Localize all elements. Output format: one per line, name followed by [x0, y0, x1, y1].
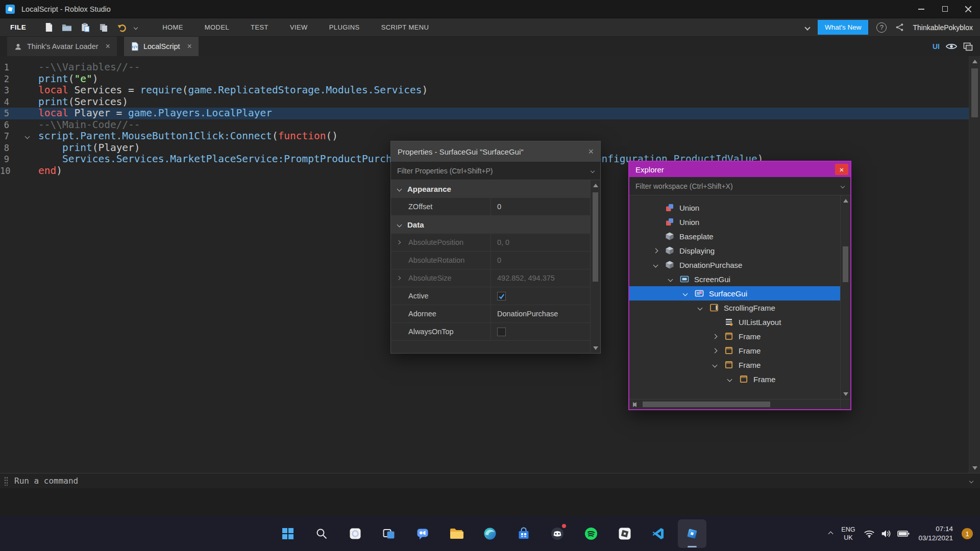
- language-indicator[interactable]: ENG UK: [841, 525, 855, 542]
- username[interactable]: ThinkablePokyblox: [913, 23, 973, 32]
- property-row-active[interactable]: Active: [391, 287, 590, 305]
- taskbar-icon-chat[interactable]: [408, 519, 437, 548]
- close-button[interactable]: [957, 0, 980, 18]
- alwaysontop-checkbox[interactable]: [497, 328, 506, 336]
- scroll-down-icon[interactable]: [591, 343, 600, 353]
- code-line-3[interactable]: 3local Services = require(game.Replicate…: [0, 85, 969, 96]
- explorer-item-baseplate[interactable]: Baseplate: [629, 229, 840, 243]
- properties-header[interactable]: Properties - SurfaceGui "SurfaceGui" ×: [391, 141, 600, 162]
- chevron-right-icon[interactable]: [710, 346, 719, 355]
- taskbar-icon-code[interactable]: [644, 519, 673, 548]
- tray-expand-icon[interactable]: [829, 532, 832, 536]
- taskbar-icon-spotify[interactable]: [577, 519, 605, 548]
- drag-grip-icon[interactable]: [4, 477, 8, 486]
- filter-dropdown-icon[interactable]: [591, 168, 595, 172]
- explorer-vscroll-thumb[interactable]: [843, 246, 848, 282]
- eye-icon[interactable]: [946, 42, 957, 51]
- property-row-zoffset[interactable]: ZOffset0: [391, 198, 590, 216]
- taskbar-icon-task-view[interactable]: [375, 519, 403, 548]
- doc-tab-localscript[interactable]: LocalScript×: [124, 37, 199, 56]
- ribbon-tab-view[interactable]: VIEW: [279, 18, 318, 36]
- chevron-right-icon[interactable]: [397, 276, 401, 280]
- undo-dropdown-icon[interactable]: [134, 25, 138, 29]
- explorer-item-union[interactable]: Union: [629, 201, 840, 215]
- chevron-right-icon[interactable]: [397, 240, 401, 244]
- explorer-item-uilistlayout[interactable]: UIListLayout: [629, 315, 840, 329]
- filter-dropdown-icon[interactable]: [841, 184, 845, 188]
- property-row-absoluteposition[interactable]: AbsolutePosition0, 0: [391, 234, 590, 252]
- taskbar-icon-roblox[interactable]: [610, 519, 639, 548]
- command-input[interactable]: Run a command: [14, 476, 78, 486]
- taskbar-icon-store[interactable]: [509, 519, 538, 548]
- code-line-1[interactable]: 1--\\Variables//--: [0, 62, 969, 73]
- wifi-icon[interactable]: [864, 529, 875, 538]
- explorer-item-displaying[interactable]: Displaying: [629, 243, 840, 258]
- properties-scrollbar-thumb[interactable]: [593, 192, 598, 282]
- ribbon-tab-script-menu[interactable]: SCRIPT MENU: [371, 18, 440, 36]
- taskbar-icon-edge[interactable]: [476, 519, 504, 548]
- chevron-down-icon[interactable]: [651, 261, 659, 269]
- ribbon-tab-model[interactable]: MODEL: [194, 18, 240, 36]
- taskbar-icon-start[interactable]: [274, 519, 302, 548]
- command-bar[interactable]: Run a command: [0, 473, 980, 488]
- properties-close-icon[interactable]: ×: [588, 146, 594, 157]
- layout-windows-icon[interactable]: [963, 42, 973, 51]
- explorer-item-scrollingframe[interactable]: ScrollingFrame: [629, 300, 840, 315]
- volume-icon[interactable]: [880, 529, 892, 539]
- taskbar-icon-photos[interactable]: [341, 519, 370, 548]
- copy-icon[interactable]: [97, 21, 110, 34]
- scroll-up-icon[interactable]: [841, 195, 850, 206]
- explorer-item-frame[interactable]: Frame: [629, 358, 840, 372]
- tab-close-icon[interactable]: ×: [187, 42, 192, 51]
- property-value[interactable]: DonationPurchase: [497, 310, 558, 318]
- chevron-right-icon[interactable]: [710, 332, 719, 340]
- scroll-right-icon[interactable]: [629, 399, 640, 409]
- tab-close-icon[interactable]: ×: [106, 42, 110, 51]
- new-file-icon[interactable]: [42, 21, 55, 34]
- command-bar-dropdown-icon[interactable]: [969, 479, 973, 483]
- ribbon-tab-home[interactable]: HOME: [152, 18, 194, 36]
- editor-scrollbar-thumb[interactable]: [971, 68, 978, 117]
- fold-chevron-icon[interactable]: [13, 131, 38, 142]
- minimize-button[interactable]: [910, 0, 933, 18]
- ribbon-collapse-icon[interactable]: [804, 24, 810, 30]
- chevron-down-icon[interactable]: [666, 275, 674, 283]
- ui-visibility-label[interactable]: UI: [933, 42, 940, 51]
- taskbar-icon-discord[interactable]: [543, 519, 572, 548]
- explorer-item-frame[interactable]: Frame: [629, 372, 840, 386]
- scroll-up-icon[interactable]: [969, 56, 980, 66]
- scroll-down-icon[interactable]: [969, 463, 980, 473]
- code-line-2[interactable]: 2print("e"): [0, 73, 969, 85]
- explorer-header[interactable]: Explorer ×: [629, 162, 850, 177]
- scroll-down-icon[interactable]: [841, 389, 850, 399]
- explorer-item-donationpurchase[interactable]: DonationPurchase: [629, 258, 840, 272]
- whats-new-button[interactable]: What's New: [818, 20, 869, 35]
- chevron-down-icon[interactable]: [681, 289, 689, 297]
- property-row-absoluterotation[interactable]: AbsoluteRotation0: [391, 252, 590, 269]
- explorer-close-button[interactable]: ×: [835, 164, 848, 175]
- explorer-hscroll-thumb[interactable]: [643, 402, 770, 407]
- taskbar-icon-roblox-studio[interactable]: [678, 519, 706, 548]
- active-checkbox[interactable]: [497, 292, 506, 300]
- code-line-6[interactable]: 6--\\Main-Code//--: [0, 119, 969, 131]
- taskbar-icon-search[interactable]: [307, 519, 336, 548]
- explorer-filter-input[interactable]: Filter workspace (Ctrl+Shift+X): [629, 177, 850, 195]
- chevron-down-icon[interactable]: [696, 304, 704, 312]
- clock[interactable]: 07:14 03/12/2021: [918, 524, 953, 543]
- properties-filter-input[interactable]: Filter Properties (Ctrl+Shift+P): [391, 162, 600, 180]
- undo-icon[interactable]: [116, 21, 128, 34]
- paste-icon[interactable]: [79, 21, 91, 34]
- chevron-down-icon[interactable]: [710, 361, 719, 369]
- doc-tab-think-s-avatar-loader[interactable]: Think's Avatar Loader×: [7, 37, 117, 56]
- properties-section-appearance[interactable]: Appearance: [391, 180, 590, 198]
- battery-icon[interactable]: [897, 530, 910, 537]
- property-row-absolutesize[interactable]: AbsoluteSize492.852, 494.375: [391, 269, 590, 287]
- properties-section-data[interactable]: Data: [391, 216, 590, 234]
- code-line-5[interactable]: 5local Player = game.Players.LocalPlayer: [0, 108, 969, 119]
- chevron-down-icon[interactable]: [725, 375, 733, 383]
- chevron-right-icon[interactable]: [651, 246, 659, 255]
- properties-scrollbar[interactable]: [590, 180, 600, 353]
- share-icon[interactable]: [895, 22, 904, 32]
- explorer-item-surfacegui[interactable]: SurfaceGui: [629, 286, 840, 300]
- file-menu-button[interactable]: FILE: [0, 18, 36, 36]
